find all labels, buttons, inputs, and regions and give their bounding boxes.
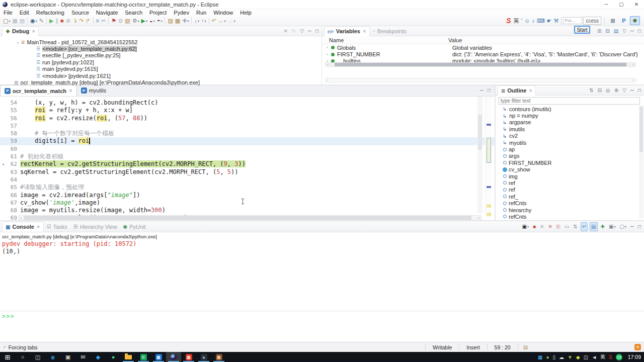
menu-item-refactoring[interactable]: Refactoring	[33, 10, 68, 16]
menu-item-navigate[interactable]: Navigate	[93, 10, 121, 16]
overview-ruler[interactable]	[485, 97, 492, 213]
step-filters-button[interactable]: ≡	[95, 16, 100, 25]
tray-display-icon[interactable]: ◫	[584, 354, 588, 360]
print-button[interactable]: ▤	[19, 16, 26, 25]
outline-item[interactable]: ↳cv2	[496, 133, 644, 139]
eclipse-button[interactable]	[166, 352, 181, 362]
outline-item[interactable]: ↳argparse	[496, 119, 644, 126]
tray-messenger-badge[interactable]: 23	[616, 354, 622, 360]
word-wrap-button[interactable]: ↵	[581, 222, 588, 231]
start-button[interactable]: ⊞	[0, 352, 15, 362]
breakpoint-marker[interactable]	[487, 186, 491, 188]
scroll-left-icon[interactable]: ‹	[326, 78, 330, 82]
minimize-button[interactable]: ─	[629, 86, 635, 95]
editor-hscrollbar[interactable]: ‹ ›	[18, 215, 481, 220]
minimize-button[interactable]: ─	[629, 222, 635, 231]
resume-button[interactable]: ▶	[48, 16, 54, 25]
terminate-button[interactable]: ■	[532, 222, 537, 231]
outline-item[interactable]: ↳imutils	[496, 126, 644, 132]
debug-tree-row[interactable]: ⌄≣MainThread - pid_10572_id_268454152255…	[0, 39, 321, 45]
close-icon[interactable]: ✕	[37, 225, 40, 229]
maximize-button[interactable]: □	[314, 27, 319, 36]
minimize-button[interactable]: ─	[629, 27, 635, 36]
code-line[interactable]: 68image = myutils.resize(image, width=30…	[0, 207, 495, 214]
app-c-button[interactable]: C	[136, 352, 151, 362]
occurrence-marker[interactable]	[487, 204, 491, 208]
open-console-button[interactable]: ▣▾	[608, 222, 616, 231]
maximize-button[interactable]: □	[637, 86, 642, 95]
ime-keyboard-button[interactable]: ⌨	[537, 18, 545, 24]
scrollbar-thumb[interactable]	[639, 107, 643, 152]
editor-vscrollbar[interactable]	[477, 97, 482, 213]
pin-console-button[interactable]: ✚	[600, 222, 606, 231]
console-input-area[interactable]: >>>	[0, 311, 644, 320]
step-over-button[interactable]: ↷	[78, 16, 85, 25]
terminate-button[interactable]: ■	[59, 16, 65, 25]
clear-console-button[interactable]: ▭	[564, 222, 570, 231]
tray-usb-icon[interactable]: ▯	[553, 354, 556, 360]
close-icon[interactable]: ✕	[69, 88, 72, 93]
open-perspective-button[interactable]: ⊞	[608, 16, 618, 25]
next-annotation-button[interactable]: ↓▾	[193, 16, 200, 25]
show-stdin-button[interactable]: ▤	[590, 222, 597, 231]
tab-hierarchy-view[interactable]: ☰Hierarchy View	[70, 222, 120, 232]
debug-perspective-button[interactable]: ❖	[630, 16, 640, 25]
code-line[interactable]: 58# 每一个数字对应每一个模板	[0, 130, 495, 137]
quick-access-input[interactable]	[563, 17, 582, 24]
app-green-button[interactable]: ●	[106, 352, 121, 362]
outline-item[interactable]: ap	[496, 146, 644, 152]
code-area[interactable]: 54(x, y, w, h) = cv2.boundingRect(c)55ro…	[0, 97, 495, 220]
close-icon[interactable]: ✕	[32, 29, 35, 34]
code-line[interactable]: 64	[0, 176, 495, 184]
menu-item-window[interactable]: Window	[210, 10, 236, 16]
code-line[interactable]: 60	[0, 145, 495, 153]
viewport-marker[interactable]	[487, 138, 491, 163]
mail-button[interactable]: ✉	[75, 352, 91, 362]
debug-tree-row[interactable]: ☰execfile [_pydev_execfile.py:25]	[0, 52, 321, 59]
tab-breakpoints[interactable]: ◦◦Breakpoints	[370, 26, 410, 36]
code-line[interactable]: 65#读取输入图像，预处理	[0, 184, 495, 191]
outline-item[interactable]: ↳np = numpy	[496, 112, 644, 119]
code-line[interactable]: 67cv_show('image',image)	[0, 199, 495, 207]
menu-item-edit[interactable]: Edit	[16, 10, 33, 16]
tab-myutils[interactable]: Pmyutils	[77, 85, 110, 96]
pydev-perspective-button[interactable]: P	[619, 16, 629, 25]
sort-button[interactable]: ⇅	[588, 86, 594, 95]
outline-item[interactable]: ref	[496, 187, 644, 193]
ime-punct-button[interactable]: ’	[521, 18, 522, 24]
tray-diamond-icon[interactable]: ◆	[576, 354, 580, 360]
outline-item[interactable]: refCnts	[496, 213, 644, 220]
app-blue-button[interactable]: ▦	[151, 352, 166, 362]
app-paint-button[interactable]: ▧	[211, 352, 226, 362]
menu-item-search[interactable]: Search	[121, 10, 146, 16]
outline-item[interactable]: ↳contours (imutils)	[496, 106, 644, 112]
focus-button[interactable]: ◎	[605, 86, 611, 95]
copy-console-button[interactable]: ⎘	[555, 222, 561, 231]
view-menu-button[interactable]: ▽	[621, 86, 627, 95]
thunder-button[interactable]: ◆	[91, 352, 106, 362]
tray-volume-icon[interactable]: ◄	[592, 354, 597, 360]
column-header-value[interactable]: Value	[448, 37, 462, 43]
code-line[interactable]: 56roi = cv2.resize(roi, (57, 88))	[0, 115, 495, 122]
outline-item[interactable]: img	[496, 173, 644, 179]
scrollbar-thumb[interactable]	[24, 216, 471, 220]
forward-button[interactable]: →▾	[227, 16, 236, 25]
scroll-right-icon[interactable]: ›	[476, 216, 481, 220]
close-icon[interactable]: ✕	[529, 88, 532, 93]
open-package-button[interactable]: ▩	[174, 16, 181, 25]
scroll-right-icon[interactable]: ›	[631, 63, 635, 66]
tray-cloud-icon[interactable]: ☁	[559, 354, 564, 360]
scroll-left-icon[interactable]: ‹	[19, 216, 23, 220]
outline-item[interactable]: ↳myutils	[496, 139, 644, 146]
scroll-lock-button[interactable]: ⇅	[572, 222, 578, 231]
menu-item-run[interactable]: Run	[193, 10, 210, 16]
outline-item[interactable]: hierarchy	[496, 207, 644, 213]
outline-filter-input[interactable]	[499, 97, 640, 105]
scroll-left-icon[interactable]: ‹	[326, 63, 330, 66]
suspend-button[interactable]: ∥	[55, 16, 60, 25]
link-with-editor-button[interactable]: ⊕	[613, 86, 619, 95]
chevron-down-icon[interactable]: ⌄	[15, 40, 21, 44]
maximize-button[interactable]: ▢	[614, 0, 629, 9]
app-red-button[interactable]: ▥	[181, 352, 196, 362]
tray-shield-icon[interactable]: ▼	[568, 354, 573, 360]
